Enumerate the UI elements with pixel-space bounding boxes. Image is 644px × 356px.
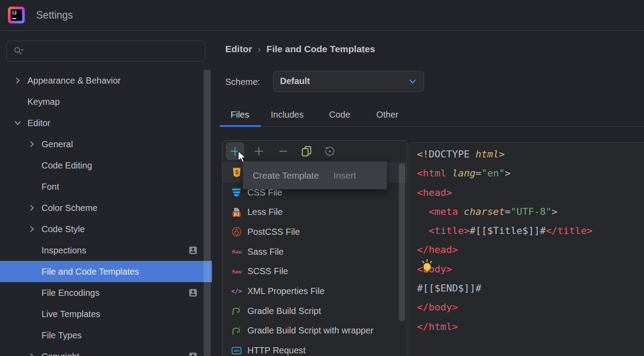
remove-template-button[interactable] [274, 142, 292, 160]
code-line: </body> [417, 298, 592, 317]
code-line: </head> [417, 240, 592, 259]
settings-sidebar: Appearance & BehaviorKeymapEditorGeneral… [0, 31, 212, 356]
sidebar-item-file-types[interactable]: File Types [0, 325, 212, 346]
tab-includes[interactable]: Includes [271, 110, 304, 120]
chevron-spacer [27, 331, 36, 340]
chevron-right-icon[interactable] [27, 140, 36, 149]
sidebar-item-label: Font [42, 182, 59, 192]
gradle-file-icon [231, 306, 242, 317]
template-item-gradle-build-script[interactable]: Gradle Build Script [223, 301, 407, 321]
tabs-divider [220, 126, 644, 127]
template-item-label: Sass File [247, 247, 284, 257]
breadcrumb-part-editor: Editor [225, 44, 252, 54]
code-line: <meta charset="UTF-8"> [417, 202, 592, 221]
template-item-xml-properties-file[interactable]: </>XML Properties File [223, 281, 407, 301]
template-item-label: PostCSS File [247, 227, 300, 237]
template-item-less-file[interactable]: {L}Less File [223, 202, 407, 222]
gradle-file-icon [231, 325, 242, 336]
sidebar-item-label: Code Editing [42, 161, 92, 171]
sidebar-item-general[interactable]: General [0, 134, 212, 155]
sidebar-item-label: General [42, 139, 73, 149]
sidebar-item-code-editing[interactable]: Code Editing [0, 155, 212, 176]
settings-window: IJ Settings Appearance & BehaviorKeymapE… [0, 0, 644, 356]
breadcrumb-separator: › [258, 44, 261, 54]
chevron-right-icon[interactable] [27, 203, 36, 212]
titlebar: IJ Settings [0, 0, 644, 31]
sidebar-item-keymap[interactable]: Keymap [0, 91, 212, 112]
svg-text:5: 5 [235, 169, 238, 176]
templates-scrollbar[interactable] [399, 163, 405, 322]
template-item-label: HTTP Request [247, 345, 306, 356]
tooltip: Create TemplateInsert [243, 161, 387, 189]
chevron-right-icon[interactable] [27, 352, 36, 356]
copy-template-button[interactable] [297, 142, 316, 160]
project-level-badge-icon [189, 246, 197, 256]
template-code-editor[interactable]: <!DOCTYPE html><html lang="en"><head> <m… [409, 142, 644, 356]
window-title: Settings [36, 0, 73, 31]
tab-other[interactable]: Other [376, 110, 398, 120]
scheme-value: Default [280, 71, 310, 91]
chevron-right-icon[interactable] [13, 76, 22, 85]
intention-lightbulb-icon[interactable] [420, 259, 435, 276]
http-file-icon: API [231, 345, 242, 356]
code-line: </html> [417, 317, 592, 336]
code-line: <head> [417, 183, 592, 202]
less-file-icon: {L} [231, 207, 242, 218]
chevron-spacer [27, 182, 36, 191]
sass-file-icon: Sass [231, 266, 242, 277]
template-tabs: FilesIncludesCodeOther [0, 110, 644, 127]
chevron-spacer [27, 310, 36, 318]
code-line: #[[$END$]]# [417, 279, 592, 298]
sidebar-item-inspections[interactable]: Inspections [0, 240, 212, 261]
template-item-label: SCSS File [247, 266, 288, 276]
chevron-right-icon[interactable] [27, 225, 36, 234]
sidebar-item-copyright[interactable]: Copyright [0, 346, 212, 356]
template-item-postcss-file[interactable]: PostCSS File [223, 222, 407, 242]
sidebar-item-font[interactable]: Font [0, 176, 212, 197]
tab-code[interactable]: Code [329, 110, 350, 120]
create-child-template-button[interactable] [250, 142, 268, 160]
chevron-spacer [13, 97, 22, 106]
scheme-dropdown[interactable]: Default [273, 71, 424, 92]
css-file-icon [231, 187, 242, 198]
code-line: <body> [417, 260, 592, 279]
sidebar-item-label: Appearance & Behavior [27, 76, 121, 86]
chevron-spacer [27, 246, 36, 255]
tooltip-label: Create Template [253, 170, 319, 180]
code-line: <html lang="en"> [417, 164, 592, 183]
sidebar-item-file-and-code-templates[interactable]: File and Code Templates [0, 261, 212, 282]
intellij-logo-icon: IJ [8, 7, 25, 23]
templates-list: 5HTML FileCSS File{L}Less FilePostCSS Fi… [223, 163, 407, 356]
sidebar-item-label: Color Scheme [42, 203, 98, 213]
tooltip-shortcut: Insert [333, 170, 356, 180]
sidebar-item-label: File Encodings [42, 288, 99, 298]
code-line: <title>#[[$Title$]]#</title> [417, 221, 592, 240]
template-item-sass-file[interactable]: SassSass File [223, 242, 407, 262]
project-level-badge-icon [189, 352, 197, 356]
search-input[interactable] [6, 41, 205, 61]
svg-text:Sass: Sass [231, 269, 242, 275]
search-icon [13, 46, 26, 59]
template-item-label: XML Properties File [247, 286, 325, 296]
chevron-spacer [27, 288, 36, 297]
template-item-scss-file[interactable]: SassSCSS File [223, 261, 407, 281]
tab-files[interactable]: Files [231, 110, 249, 120]
sidebar-item-file-encodings[interactable]: File Encodings [0, 282, 212, 303]
reset-to-default-button[interactable] [320, 142, 339, 160]
template-item-gradle-build-script-with-wrapper[interactable]: Gradle Build Script with wrapper [223, 321, 407, 341]
sidebar-item-label: Code Style [42, 224, 85, 234]
sidebar-item-code-style[interactable]: Code Style [0, 218, 212, 240]
postcss-file-icon [231, 226, 242, 237]
svg-text:API: API [234, 349, 239, 353]
template-item-label: Less File [247, 207, 283, 217]
sidebar-item-label: File Types [42, 330, 82, 341]
sidebar-item-live-templates[interactable]: Live Templates [0, 303, 212, 325]
template-item-http-request[interactable]: APIHTTP Request [223, 341, 407, 356]
template-item-label: Gradle Build Script with wrapper [247, 325, 374, 336]
sidebar-item-appearance-behavior[interactable]: Appearance & Behavior [0, 70, 212, 91]
sidebar-item-color-scheme[interactable]: Color Scheme [0, 197, 212, 218]
svg-text:Sass: Sass [231, 249, 242, 255]
breadcrumb: Editor›File and Code Templates [225, 44, 375, 54]
html-file-icon: 5 [231, 167, 242, 178]
templates-panel: 5HTML FileCSS File{L}Less FilePostCSS Fi… [222, 140, 407, 356]
